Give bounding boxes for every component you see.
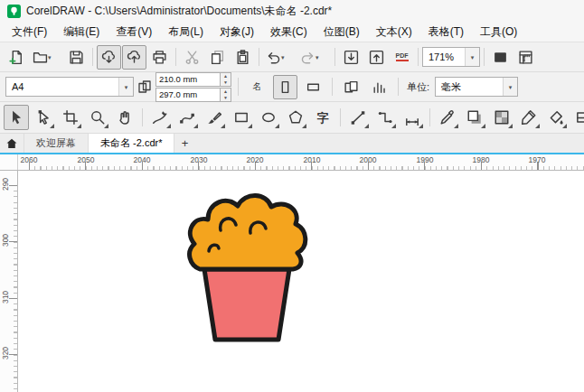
tab-welcome-label: 欢迎屏幕 <box>36 136 76 150</box>
menu-layout[interactable]: 布局(L) <box>160 23 212 42</box>
redo-button[interactable] <box>297 45 331 70</box>
menu-text[interactable]: 文本(X) <box>368 23 420 42</box>
menu-bar: 文件(F) 编辑(E) 查看(V) 布局(L) 对象(J) 效果(C) 位图(B… <box>0 22 584 42</box>
page-width-stepper[interactable]: ▲▼ <box>221 72 231 87</box>
app-window: CorelDRAW - C:\Users\Administrator\Docum… <box>0 0 584 392</box>
popcorn-group[interactable] <box>190 195 306 340</box>
page-height-stepper[interactable]: ▲▼ <box>221 88 231 102</box>
new-tab-button[interactable]: + <box>174 134 194 153</box>
home-tab-button[interactable] <box>0 134 24 153</box>
new-document-button[interactable] <box>5 45 29 70</box>
hand-icon <box>117 109 133 126</box>
popcorn-top[interactable] <box>190 195 306 269</box>
page-height-field[interactable]: 297.0 mm <box>155 88 221 102</box>
landscape-orientation-button[interactable] <box>301 75 325 99</box>
save-cloud-button[interactable] <box>122 45 146 70</box>
import-icon <box>344 50 359 65</box>
interactive-fill-tool[interactable] <box>570 105 584 130</box>
open-document-button[interactable] <box>30 45 63 70</box>
tab-welcome-screen[interactable]: 欢迎屏幕 <box>24 134 89 153</box>
portrait-orientation-button[interactable] <box>273 75 297 99</box>
toolbar-separator <box>334 48 335 66</box>
menu-view[interactable]: 查看(V) <box>108 23 160 42</box>
line-tool[interactable] <box>345 105 371 130</box>
page-size-combobox[interactable]: A4 <box>5 77 134 97</box>
dimension-tool[interactable] <box>400 105 425 130</box>
undo-icon <box>266 50 281 65</box>
menu-tools[interactable]: 工具(O) <box>472 23 525 42</box>
pan-tool[interactable] <box>112 105 137 130</box>
menu-object[interactable]: 对象(J) <box>212 23 262 42</box>
hruler-number: 1980 <box>473 155 490 164</box>
line-icon <box>350 109 366 126</box>
show-rulers-button[interactable] <box>513 45 538 70</box>
pick-tool[interactable] <box>4 105 29 130</box>
title-bar: CorelDRAW - C:\Users\Administrator\Docum… <box>0 0 584 22</box>
print-button[interactable] <box>147 45 172 70</box>
publish-pdf-button[interactable]: PDF <box>390 45 414 70</box>
units-combobox[interactable]: 毫米 <box>435 77 518 97</box>
freehand-tool[interactable] <box>147 105 173 130</box>
connector-tool[interactable] <box>372 105 398 130</box>
transparency-tool[interactable] <box>489 105 514 130</box>
units-dropdown-button[interactable] <box>503 78 517 96</box>
zoom-dropdown-button[interactable] <box>465 48 479 66</box>
page-size-dropdown-button[interactable] <box>118 78 133 96</box>
horizontal-ruler[interactable]: 2060 2050 2040 2030 2020 2010 2000 1990 … <box>0 154 584 171</box>
shape-arrow-icon <box>35 109 52 126</box>
connector-icon <box>377 109 393 126</box>
polygon-tool[interactable] <box>283 105 308 130</box>
popcorn-cup[interactable] <box>204 269 289 340</box>
artistic-media-tool[interactable] <box>202 105 227 130</box>
zoom-tool[interactable] <box>85 105 110 130</box>
all-pages-button[interactable] <box>339 75 363 99</box>
document-tab-bar: 欢迎屏幕 未命名 -2.cdr* + <box>0 134 584 153</box>
rectangle-tool[interactable] <box>229 105 254 130</box>
ellipse-tool[interactable] <box>256 105 281 130</box>
chevron-down-icon <box>125 84 128 90</box>
tab-document[interactable]: 未命名 -2.cdr* <box>89 134 174 153</box>
zoom-level-combobox[interactable]: 171% <box>422 47 480 67</box>
hruler-number: 2050 <box>78 155 95 164</box>
fullscreen-preview-button[interactable] <box>488 45 513 70</box>
standard-toolbar: PDF 171% <box>0 42 584 72</box>
menu-bitmaps[interactable]: 位图(B) <box>316 23 368 42</box>
copy-button[interactable] <box>205 45 230 70</box>
menu-edit[interactable]: 编辑(E) <box>55 23 108 42</box>
eyedropper-tool[interactable] <box>435 105 460 130</box>
drop-shadow-tool[interactable] <box>462 105 487 130</box>
toolbox-separator <box>429 108 430 126</box>
crop-tool[interactable] <box>58 105 83 130</box>
units-value[interactable]: 毫米 <box>436 80 503 94</box>
drawing-canvas[interactable] <box>18 171 584 392</box>
text-tool[interactable]: 字 <box>310 105 335 130</box>
import-button[interactable] <box>339 45 363 70</box>
ruler-page-icon <box>518 50 533 65</box>
page-name-button[interactable]: 名 <box>245 75 269 99</box>
vertical-ruler[interactable]: 290 300 310 320 <box>0 171 18 392</box>
undo-button[interactable] <box>263 45 297 70</box>
fill-tool[interactable] <box>543 105 569 130</box>
current-page-button[interactable] <box>367 75 391 99</box>
plus-icon: + <box>182 136 189 150</box>
page-width-field[interactable]: 210.0 mm <box>155 72 221 87</box>
bezier-tool[interactable] <box>174 105 200 130</box>
tab-document-label: 未命名 -2.cdr* <box>100 136 162 150</box>
open-cloud-button[interactable] <box>97 45 121 70</box>
save-button[interactable] <box>64 45 89 70</box>
popcorn-drawing[interactable] <box>18 171 584 392</box>
shape-tool[interactable] <box>31 105 56 130</box>
hruler-number: 2000 <box>360 155 377 164</box>
menu-effects[interactable]: 效果(C) <box>262 23 316 42</box>
cut-button[interactable] <box>180 45 204 70</box>
outline-pen-tool[interactable] <box>516 105 542 130</box>
save-floppy-icon <box>69 50 84 65</box>
toolbar-separator <box>484 48 485 66</box>
paste-button[interactable] <box>231 45 255 70</box>
page-size-value[interactable]: A4 <box>6 81 118 92</box>
export-button[interactable] <box>364 45 389 70</box>
menu-file[interactable]: 文件(F) <box>4 23 55 42</box>
ellipse-icon <box>260 109 277 126</box>
zoom-level-value[interactable]: 171% <box>423 51 465 62</box>
menu-table[interactable]: 表格(T) <box>420 23 472 42</box>
